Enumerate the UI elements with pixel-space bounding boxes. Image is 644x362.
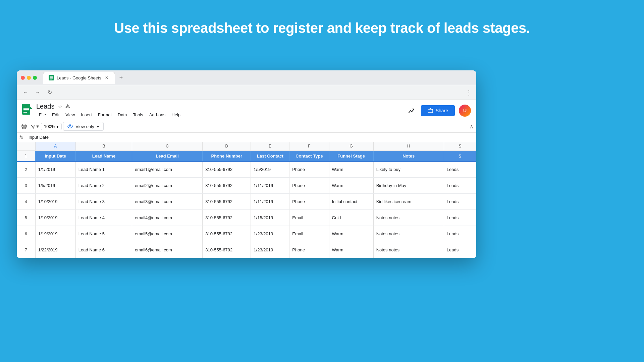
refresh-button[interactable]: ↻ [45,88,54,97]
col-header-d[interactable]: D [203,142,251,150]
cell-date-4[interactable]: 1/19/2019 [35,226,75,242]
cell-notes-5[interactable]: Notes notes [373,242,444,258]
cell-funnel-5[interactable]: Warm [329,242,373,258]
tab-close-button[interactable]: ✕ [104,75,109,80]
col-header-c[interactable]: C [132,142,203,150]
cell-phone-2[interactable]: 310-555-6792 [203,194,251,210]
close-window-button[interactable] [21,76,25,80]
cell-phone-3[interactable]: 310-555-6792 [203,210,251,226]
active-tab[interactable]: Leads - Google Sheets ✕ [43,72,115,84]
cell-date-1[interactable]: 1/5/2019 [35,178,75,194]
col-header-e[interactable]: E [251,142,289,150]
cell-name-5[interactable]: Lead Name 6 [75,242,132,258]
cell-email-1[interactable]: email2@email.com [132,178,203,194]
cell-email-5[interactable]: email6@email.com [132,242,203,258]
cell-phone-4[interactable]: 310-555-6792 [203,226,251,242]
cell-lastcontact-5[interactable]: 1/23/2019 [251,242,289,258]
spreadsheet-title[interactable]: Leads [36,103,55,110]
col-header-f[interactable]: F [289,142,329,150]
cell-tag-2[interactable]: Leads [444,194,476,210]
menu-data[interactable]: Data [115,111,129,119]
header-input-date[interactable]: Input Date [35,150,75,162]
cell-notes-3[interactable]: Notes notes [373,210,444,226]
cell-notes-0[interactable]: Likely to buy [373,162,444,178]
header-lead-email[interactable]: Lead Email [132,150,203,162]
cell-funnel-4[interactable]: Warm [329,226,373,242]
cell-email-3[interactable]: email4@email.com [132,210,203,226]
activity-icon[interactable] [406,105,417,116]
back-button[interactable]: ← [21,88,30,97]
cell-notes-4[interactable]: Notes notes [373,226,444,242]
cell-tag-0[interactable]: Leads [444,162,476,178]
print-button[interactable] [19,122,29,131]
cell-funnel-1[interactable]: Warm [329,178,373,194]
menu-help[interactable]: Help [169,111,183,119]
cell-name-1[interactable]: Lead Name 2 [75,178,132,194]
col-header-b[interactable]: B [75,142,132,150]
cell-date-5[interactable]: 1/22/2019 [35,242,75,258]
cell-notes-1[interactable]: Birthday in May [373,178,444,194]
col-header-i[interactable]: S [444,142,476,150]
menu-insert[interactable]: Insert [78,111,95,119]
view-only-button[interactable]: View only ▾ [63,122,103,131]
cell-tag-3[interactable]: Leads [444,210,476,226]
cell-name-4[interactable]: Lead Name 5 [75,226,132,242]
user-avatar[interactable]: U [459,105,471,117]
col-header-g[interactable]: G [329,142,373,150]
header-status[interactable]: S [444,150,476,162]
cell-tag-5[interactable]: Leads [444,242,476,258]
cell-lastcontact-2[interactable]: 1/11/2019 [251,194,289,210]
share-button[interactable]: Share [421,105,455,116]
menu-view[interactable]: View [63,111,77,119]
cell-phone-0[interactable]: 310-555-6792 [203,162,251,178]
cell-date-3[interactable]: 1/10/2019 [35,210,75,226]
header-contact-type[interactable]: Contact Type [289,150,329,162]
cell-lastcontact-0[interactable]: 1/5/2019 [251,162,289,178]
header-lead-name[interactable]: Lead Name [75,150,132,162]
cell-tag-1[interactable]: Leads [444,178,476,194]
cell-email-2[interactable]: email3@email.com [132,194,203,210]
menu-addons[interactable]: Add-ons [147,111,168,119]
header-last-contact[interactable]: Last Contact [251,150,289,162]
drive-icon[interactable] [65,104,71,110]
formula-input[interactable] [27,133,474,141]
cell-funnel-3[interactable]: Cold [329,210,373,226]
cell-phone-5[interactable]: 310-555-6792 [203,242,251,258]
new-tab-button[interactable]: + [116,73,126,82]
col-header-a[interactable]: A [35,142,75,150]
cell-contacttype-2[interactable]: Phone [289,194,329,210]
cell-name-2[interactable]: Lead Name 3 [75,194,132,210]
cell-lastcontact-3[interactable]: 1/15/2019 [251,210,289,226]
menu-file[interactable]: File [36,111,49,119]
zoom-select[interactable]: 100% ▾ [41,123,62,130]
cell-tag-4[interactable]: Leads [444,226,476,242]
cell-email-0[interactable]: email1@email.com [132,162,203,178]
cell-date-2[interactable]: 1/10/2019 [35,194,75,210]
maximize-window-button[interactable] [33,76,37,80]
cell-notes-2[interactable]: Kid likes icecream [373,194,444,210]
menu-tools[interactable]: Tools [130,111,146,119]
cell-funnel-0[interactable]: Warm [329,162,373,178]
cell-date-0[interactable]: 1/1/2019 [35,162,75,178]
star-icon[interactable]: ☆ [57,104,63,110]
browser-more-button[interactable]: ⋮ [466,88,472,97]
header-funnel-stage[interactable]: Funnel Stage [329,150,373,162]
menu-format[interactable]: Format [95,111,114,119]
minimize-window-button[interactable] [27,76,31,80]
cell-lastcontact-1[interactable]: 1/11/2019 [251,178,289,194]
filter-button[interactable] [30,122,40,131]
cell-lastcontact-4[interactable]: 1/23/2019 [251,226,289,242]
cell-contacttype-0[interactable]: Phone [289,162,329,178]
cell-name-3[interactable]: Lead Name 4 [75,210,132,226]
cell-contacttype-1[interactable]: Phone [289,178,329,194]
cell-funnel-2[interactable]: Initial contact [329,194,373,210]
col-header-h[interactable]: H [373,142,444,150]
header-phone-number[interactable]: Phone Number [203,150,251,162]
cell-name-0[interactable]: Lead Name 1 [75,162,132,178]
menu-edit[interactable]: Edit [49,111,62,119]
forward-button[interactable]: → [33,88,42,97]
header-notes[interactable]: Notes [373,150,444,162]
cell-contacttype-3[interactable]: Email [289,210,329,226]
cell-contacttype-5[interactable]: Phone [289,242,329,258]
cell-email-4[interactable]: email5@email.com [132,226,203,242]
